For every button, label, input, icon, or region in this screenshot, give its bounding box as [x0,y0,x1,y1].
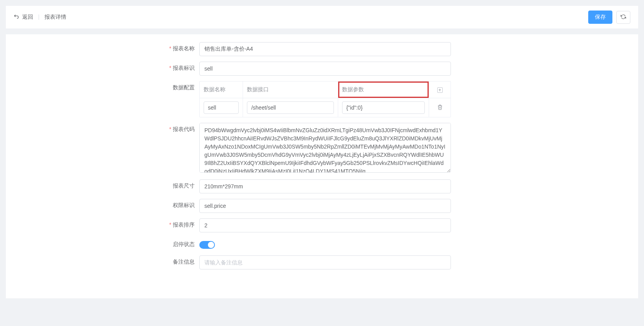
form-row-report-order: 报表排序 [14,218,630,232]
add-row-button[interactable]: + [437,87,443,93]
table-row [200,98,451,117]
th-data-params: 数据参数 [338,82,429,98]
status-toggle[interactable] [199,241,215,249]
label-report-size: 报表尺寸 [14,179,199,190]
page-title: 报表详情 [44,14,66,21]
divider [39,14,39,20]
label-remarks: 备注信息 [14,255,199,266]
form-row-report-id: 报表标识 [14,62,630,76]
form-row-report-size: 报表尺寸 [14,179,630,193]
refresh-button[interactable] [616,11,630,24]
form-row-data-config: 数据配置 数据名称 数据接口 数据参数 + [14,81,630,117]
label-permission-id: 权限标识 [14,199,199,209]
form-row-report-code: 报表代码 [14,123,630,174]
report-id-input[interactable] [199,62,451,76]
form-card: 报表名称 报表标识 数据配置 数据名称 数据接口 [6,34,638,298]
row-name-input[interactable] [204,101,239,114]
save-label: 保存 [595,14,606,21]
th-data-api: 数据接口 [243,82,338,98]
label-report-id: 报表标识 [14,62,199,72]
refresh-icon [621,14,626,21]
label-report-order: 报表排序 [14,218,199,229]
delete-row-button[interactable] [437,105,443,110]
back-label: 返回 [22,14,33,21]
data-config-table: 数据名称 数据接口 数据参数 + [199,81,451,117]
report-name-input[interactable] [199,42,451,56]
trash-icon [437,105,443,110]
label-report-name: 报表名称 [14,42,199,52]
header-left: 返回 报表详情 [14,13,66,21]
form-row-status: 启停状态 [14,238,630,250]
header-right: 保存 [588,11,630,24]
report-size-input[interactable] [199,179,451,193]
label-report-code: 报表代码 [14,123,199,133]
plus-icon: + [437,87,443,93]
remarks-input[interactable] [199,255,451,269]
save-button[interactable]: 保存 [588,11,612,24]
form-row-report-name: 报表名称 [14,42,630,56]
form-row-remarks: 备注信息 [14,255,630,269]
th-action: + [429,82,451,98]
report-code-textarea[interactable] [199,123,451,173]
permission-id-input[interactable] [199,199,451,213]
page-header: 返回 报表详情 保存 [6,6,638,28]
undo-icon [14,13,20,21]
back-button[interactable]: 返回 [14,13,33,21]
form-row-permission-id: 权限标识 [14,199,630,213]
switch-knob [208,242,214,248]
label-status: 启停状态 [14,238,199,248]
label-data-config: 数据配置 [14,81,199,91]
report-order-input[interactable] [199,218,451,232]
th-data-name: 数据名称 [200,82,243,98]
row-params-input[interactable] [342,101,425,114]
row-api-input[interactable] [247,101,334,114]
